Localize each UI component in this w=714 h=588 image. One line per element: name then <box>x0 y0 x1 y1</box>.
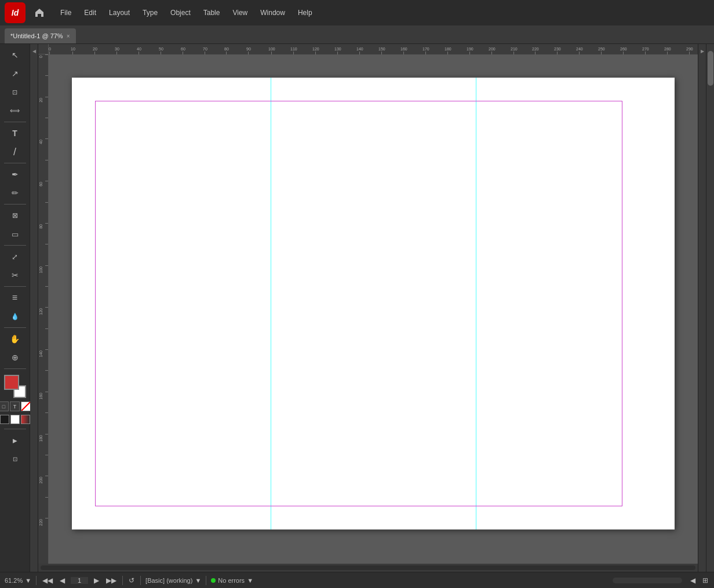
left-panel-arrow[interactable]: ◀ <box>32 49 36 54</box>
page-tool[interactable]: ⊡ <box>5 83 26 101</box>
error-dropdown-icon[interactable]: ▼ <box>247 577 253 584</box>
error-status-dot <box>211 578 216 583</box>
tool-divider-8 <box>4 429 26 429</box>
h-ruler-tick-10: 10 <box>71 47 75 54</box>
canvas-scroll-area[interactable] <box>49 54 698 564</box>
stroke-mode-button[interactable]: T <box>10 401 20 411</box>
v-ruler-tick-140 <box>45 349 48 350</box>
ruler-h-ticks: 0102030405060708090100110120130140150160… <box>49 44 698 54</box>
gradient-swatch[interactable] <box>21 415 30 424</box>
nav-last-button[interactable]: ▶▶ <box>105 576 118 585</box>
free-transform-tool[interactable]: ⤢ <box>5 248 26 265</box>
app-icon: Id <box>5 2 26 23</box>
canvas-area: 0102030405060708090100110120130140150160… <box>38 44 698 572</box>
menu-bar: Id FileEditLayoutTypeObjectTableViewWind… <box>0 0 714 25</box>
document-page <box>72 78 675 529</box>
menu-item-view[interactable]: View <box>227 5 253 20</box>
v-ruler-tick-10 <box>45 75 48 76</box>
h-ruler-tick-180: 180 <box>445 47 451 54</box>
tool-divider-7 <box>4 368 26 369</box>
h-ruler-tick-130: 130 <box>334 47 341 54</box>
v-ruler-tick-150 <box>45 370 48 371</box>
menu-item-window[interactable]: Window <box>254 5 291 20</box>
v-ruler-tick-30 <box>45 118 48 118</box>
color-swatch-area <box>3 374 27 399</box>
nav-first-button[interactable]: ◀◀ <box>41 576 54 585</box>
v-ruler-tick-130 <box>45 328 48 329</box>
h-ruler-tick-80: 80 <box>224 47 229 54</box>
v-ruler-tick-20 <box>45 97 48 97</box>
pen-tool[interactable]: ✒ <box>5 166 26 183</box>
tool-divider-6 <box>4 327 26 328</box>
direct-selection-tool[interactable]: ↗ <box>5 65 26 82</box>
tab-close-button[interactable]: × <box>67 33 70 39</box>
horizontal-scrollbar[interactable] <box>41 565 695 570</box>
bottom-scrollbar[interactable] <box>613 578 682 583</box>
h-ruler-tick-60: 60 <box>181 47 185 54</box>
v-ruler-tick-0 <box>45 54 48 55</box>
h-ruler-tick-190: 190 <box>467 47 473 54</box>
zoom-control[interactable]: 61.2% ▼ <box>5 577 31 584</box>
vertical-scrollbar-thumb[interactable] <box>708 51 713 86</box>
h-ruler-tick-50: 50 <box>159 47 163 54</box>
h-ruler-tick-110: 110 <box>290 47 297 54</box>
v-ruler-tick-110 <box>45 286 48 287</box>
h-ruler-tick-250: 250 <box>598 47 605 54</box>
media-tool[interactable]: ▶ <box>5 432 26 449</box>
workspace-selector[interactable]: [Basic] (working) ▼ <box>145 577 201 584</box>
document-tab[interactable]: *Untitled-1 @ 77% × <box>5 28 76 43</box>
fill-mode-button[interactable]: □ <box>0 401 9 411</box>
ruler-row: 0102030405060708090100110120130140150160… <box>38 44 698 54</box>
vertical-scrollbar-container <box>706 44 714 572</box>
foreground-color-swatch[interactable] <box>4 375 19 390</box>
tool-divider-3 <box>4 204 26 204</box>
menu-item-object[interactable]: Object <box>165 5 196 20</box>
eyedropper-tool[interactable]: 💧 <box>5 308 26 325</box>
layout-button[interactable]: ⊞ <box>701 576 709 585</box>
zoom-value: 61.2% <box>5 577 23 584</box>
v-ruler-tick-200 <box>45 476 48 476</box>
v-ruler-tick-210 <box>45 497 48 498</box>
zoom-tool[interactable]: ⊕ <box>5 349 26 366</box>
margin-box <box>95 101 622 506</box>
rotate-spread-button[interactable]: ↺ <box>128 576 136 585</box>
nav-next-button[interactable]: ▶ <box>93 576 100 585</box>
rectangle-frame-tool[interactable]: ⊠ <box>5 207 26 224</box>
menu-item-table[interactable]: Table <box>198 5 226 20</box>
v-ruler-tick-100 <box>45 265 48 266</box>
h-ruler-tick-70: 70 <box>203 47 207 54</box>
expand-button[interactable]: ◀ <box>689 576 697 585</box>
menu-item-file[interactable]: File <box>54 5 77 20</box>
h-ruler-tick-200: 200 <box>489 47 496 54</box>
error-status-text: No errors <box>218 577 245 584</box>
white-swatch[interactable] <box>10 415 20 424</box>
rectangle-tool[interactable]: ▭ <box>5 225 26 243</box>
nav-prev-button[interactable]: ◀ <box>59 576 66 585</box>
note-tool[interactable]: ≡ <box>5 289 26 306</box>
pencil-tool[interactable]: ✏ <box>5 184 26 202</box>
ruler-v-ticks: 020406080100120140160180200220 <box>38 54 48 564</box>
home-button[interactable] <box>30 3 49 22</box>
workspace-dropdown-icon[interactable]: ▼ <box>195 577 201 584</box>
gap-tool[interactable]: ⟺ <box>5 102 26 119</box>
scissors-tool[interactable]: ✂ <box>5 266 26 284</box>
menu-item-edit[interactable]: Edit <box>78 5 102 20</box>
hand-tool[interactable]: ✋ <box>5 330 26 348</box>
menu-item-layout[interactable]: Layout <box>103 5 136 20</box>
zoom-dropdown-icon[interactable]: ▼ <box>25 577 31 584</box>
type-tool[interactable]: T <box>5 125 26 142</box>
black-swatch[interactable] <box>0 415 9 424</box>
menu-item-type[interactable]: Type <box>137 5 163 20</box>
right-panel-collapse: ▶ <box>698 44 706 572</box>
line-tool[interactable]: / <box>5 143 26 160</box>
selection-tool[interactable]: ↖ <box>5 46 26 64</box>
h-ruler-tick-140: 140 <box>356 47 363 54</box>
none-indicator <box>4 390 10 398</box>
page-objects-tool[interactable]: ⊡ <box>5 450 26 468</box>
none-mode-button[interactable] <box>21 401 31 411</box>
right-panel-arrow[interactable]: ▶ <box>701 49 704 54</box>
h-ruler-tick-30: 30 <box>115 47 119 54</box>
menu-item-help[interactable]: Help <box>292 5 318 20</box>
h-ruler-tick-170: 170 <box>422 47 429 54</box>
page-number-input[interactable] <box>71 577 88 584</box>
